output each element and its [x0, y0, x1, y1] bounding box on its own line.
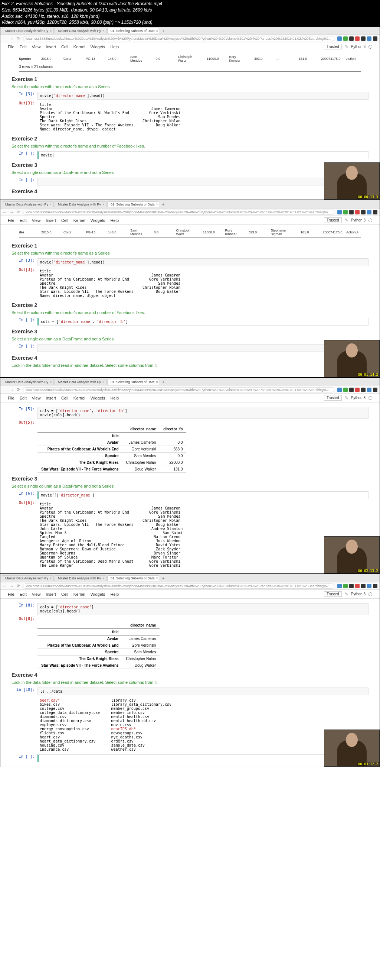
timestamp: 00:03:12.2	[357, 762, 379, 766]
menu-cell[interactable]: Cell	[61, 45, 68, 49]
menu-help[interactable]: Help	[110, 218, 119, 223]
close-icon[interactable]: ×	[103, 29, 104, 33]
menu-file[interactable]: File	[8, 218, 14, 223]
tab-1[interactable]: Master Data Analysis with Py×	[2, 201, 54, 207]
url-input[interactable]: localhost:8888/notebooks/Master%20Data%2…	[23, 210, 334, 215]
dataframe-row: dre2015.0ColorPG-13148.0Sam Mendes0.0Chr…	[11, 228, 369, 237]
table-row: SpectreSam Mendes	[38, 649, 160, 655]
reload-icon[interactable]: ⟳	[17, 36, 20, 41]
trusted-badge[interactable]: Trusted	[324, 44, 342, 49]
code-input[interactable]	[38, 344, 369, 352]
menu-edit[interactable]: Edit	[20, 45, 27, 49]
code-input[interactable]: ls ../data	[38, 687, 369, 695]
exercise-2-title: Exercise 2	[11, 136, 369, 142]
url-input[interactable]: localhost:8888/notebooks/Master%20Data%2…	[23, 36, 334, 41]
nav-forward-icon[interactable]: →	[10, 210, 14, 215]
code-input[interactable]: cols = ['director_name', 'director_fb']	[38, 318, 369, 326]
new-tab-button[interactable]: +	[160, 29, 166, 33]
code-cell-active[interactable]: In [ ]:	[11, 754, 369, 762]
code-cell-empty[interactable]: In [ ]:	[11, 344, 369, 352]
code-cell-in6[interactable]: In [6]: movie[[|'director_name']	[11, 491, 369, 499]
ext-icon[interactable]	[373, 37, 377, 41]
menu-widgets[interactable]: Widgets	[90, 218, 105, 223]
browser-tabs: Master Data Analysis with Py× Master Dat…	[0, 27, 380, 35]
close-icon[interactable]: ×	[156, 29, 158, 33]
ext-icon[interactable]	[361, 37, 366, 41]
menu-kernel[interactable]: Kernel	[73, 218, 86, 223]
browser-tabs: Master Data Analysis with Py× Master Dat…	[0, 200, 380, 208]
output-dataframe: director_name title AvatarJames Cameron …	[38, 622, 160, 669]
code-cell-in3[interactable]: In [3]: movie['director_name'].head()	[11, 92, 369, 100]
menu-insert[interactable]: Insert	[46, 218, 56, 223]
webcam-overlay	[324, 162, 380, 200]
code-input[interactable]	[38, 754, 369, 762]
exercise-4-title: Exercise 4	[11, 355, 369, 361]
code-input[interactable]: cols = ['director_name', 'director_fb'] …	[38, 407, 369, 419]
output-dataframe: director_namedirector_fb title AvatarJam…	[38, 426, 186, 473]
output-cell-out6: Out[6]: title Avatar James Cameron Pirat…	[11, 501, 369, 569]
code-cell-in5[interactable]: In [5]: cols = ['director_name', 'direct…	[11, 407, 369, 419]
jupyter-menubar: FileEditViewInsertCellKernelWidgetsHelp …	[0, 216, 380, 225]
ext-icon[interactable]	[355, 37, 359, 41]
tab-3-active[interactable]: 01. Selecting Subsets of Data×	[107, 201, 159, 207]
nav-back-icon[interactable]: ←	[3, 210, 7, 215]
output-cell-out3: Out[3]: title Avatar James Cameron Pirat…	[11, 267, 369, 299]
tab-2[interactable]: Master Data Analysis with Py×	[55, 201, 106, 207]
menu-file[interactable]: File	[8, 45, 14, 49]
menu-insert[interactable]: Insert	[46, 45, 56, 49]
exercise-3-subtitle: Select a single column as a DataFrame an…	[11, 484, 369, 488]
menu-help[interactable]: Help	[110, 45, 119, 49]
code-cell-in3[interactable]: In [3]: movie['director_name'].head()	[11, 258, 369, 266]
code-input[interactable]: movie['director_name'].head()	[38, 258, 369, 266]
exercise-2-title: Exercise 2	[11, 302, 369, 308]
reload-icon[interactable]: ⟳	[17, 210, 20, 215]
table-row: The Dark Knight RisesChristopher Nolan22…	[38, 459, 186, 466]
code-input[interactable]	[38, 178, 369, 185]
code-input[interactable]: cols = ['director_name'] movie[cols].hea…	[38, 603, 369, 615]
menu-view[interactable]: View	[32, 45, 41, 49]
pencil-icon[interactable]: ✎	[345, 44, 348, 49]
in-prompt: In [ ]:	[11, 178, 38, 185]
nav-forward-icon[interactable]: →	[10, 37, 14, 41]
browser-tabs: Master Data Analysis with Py× Master Dat…	[0, 378, 380, 386]
menu-kernel[interactable]: Kernel	[73, 45, 86, 49]
code-input[interactable]: movie|	[38, 151, 369, 159]
code-input[interactable]: movie[[|'director_name']	[38, 491, 369, 499]
code-cell-in8[interactable]: In [8]: cols = ['director_name'] movie[c…	[11, 603, 369, 615]
exercise-3-title: Exercise 3	[11, 476, 369, 482]
ext-icon[interactable]	[343, 37, 348, 41]
dataframe-shape: 3 rows × 21 columns	[11, 63, 369, 70]
webcam-overlay	[324, 730, 380, 767]
url-bar: ← → ⟳ localhost:8888/notebooks/Master%20…	[0, 35, 380, 42]
notebook-body: In [5]: cols = ['director_name', 'direct…	[0, 402, 380, 573]
code-input[interactable]: movie['director_name'].head()	[38, 92, 369, 100]
in-prompt: In [ ]:	[11, 151, 38, 159]
code-cell-active[interactable]: In [ ]: cols = ['director_name', 'direct…	[11, 318, 369, 326]
output-cell-out3: Out[3]: title Avatar James Cameron Pirat…	[11, 101, 369, 133]
exercise-1-subtitle: Select the column with the director's na…	[11, 84, 369, 89]
extension-icons	[337, 37, 377, 41]
menu-cell[interactable]: Cell	[61, 218, 68, 223]
new-tab-button[interactable]: +	[160, 202, 166, 207]
nav-back-icon[interactable]: ←	[3, 37, 7, 41]
tab-1[interactable]: Master Data Analysis with Py×	[2, 28, 54, 33]
ext-icon[interactable]	[337, 37, 342, 41]
code-cell-in10[interactable]: In [10]: ls ../data	[11, 687, 369, 695]
in-prompt: In [3]:	[11, 92, 38, 100]
tab-2[interactable]: Master Data Analysis with Py×	[55, 28, 106, 33]
menu-view[interactable]: View	[32, 218, 41, 223]
table-row: Pirates of the Caribbean: At World's End…	[38, 446, 186, 453]
ext-icon[interactable]	[367, 37, 372, 41]
code-cell-active[interactable]: In [ ]: movie|	[11, 151, 369, 159]
menu-edit[interactable]: Edit	[20, 218, 27, 223]
notebook-body: Spectre2015.0ColorPG-13148.0Sam Mendes0.…	[0, 51, 380, 200]
timestamp: 00:02:13.2	[357, 569, 379, 573]
ext-icon[interactable]	[349, 37, 354, 41]
table-row: Pirates of the Caribbean: At World's End…	[38, 642, 160, 649]
kernel-name[interactable]: Python 3	[351, 45, 366, 49]
webcam-overlay	[324, 536, 380, 573]
tab-3-active[interactable]: 01. Selecting Subsets of Data×	[107, 28, 159, 33]
code-cell-empty[interactable]: In [ ]:	[11, 178, 369, 185]
menu-widgets[interactable]: Widgets	[90, 45, 105, 49]
close-icon[interactable]: ×	[50, 29, 52, 33]
